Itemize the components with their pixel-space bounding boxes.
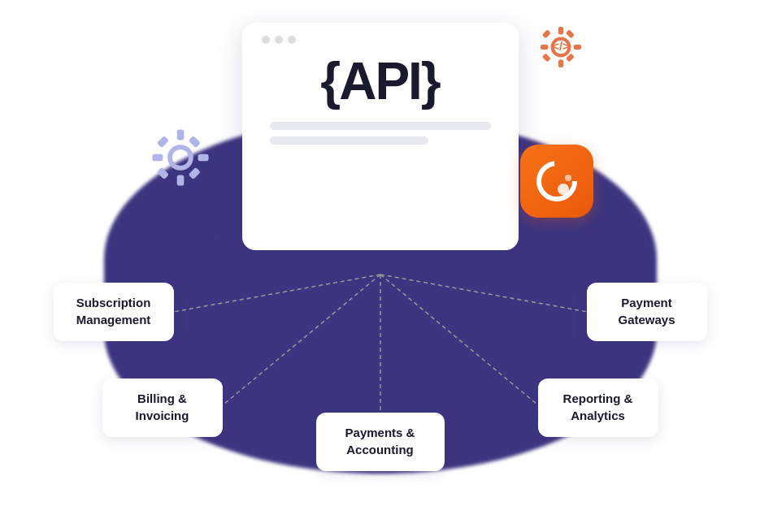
service-label-gateways: PaymentGateways	[618, 295, 675, 328]
svg-rect-6	[188, 167, 200, 179]
svg-point-19	[539, 163, 575, 199]
service-label-subscription: SubscriptionManagement	[76, 295, 151, 328]
gear-right-icon: </>	[540, 26, 582, 68]
svg-point-21	[565, 175, 571, 181]
api-line-1	[270, 122, 491, 130]
svg-rect-2	[176, 175, 184, 185]
api-line-2	[270, 136, 429, 145]
svg-rect-12	[541, 44, 548, 49]
svg-rect-8	[188, 135, 200, 147]
service-label-reporting: Reporting &Analytics	[563, 391, 633, 424]
svg-point-0	[170, 147, 191, 168]
svg-rect-7	[156, 167, 168, 179]
svg-rect-17	[565, 29, 574, 38]
service-label-payments: Payments &Accounting	[345, 425, 415, 458]
service-box-subscription: SubscriptionManagement	[54, 283, 174, 341]
api-title: {API}	[320, 55, 440, 107]
svg-rect-16	[541, 53, 550, 62]
svg-point-20	[558, 184, 569, 195]
service-box-payments: Payments &Accounting	[316, 413, 445, 471]
api-lines	[262, 122, 499, 145]
svg-rect-11	[558, 59, 562, 67]
brand-logo	[520, 145, 593, 218]
gear-left-icon	[151, 128, 210, 187]
svg-rect-5	[156, 135, 168, 147]
svg-text:</>: </>	[552, 40, 569, 53]
svg-rect-1	[176, 129, 184, 140]
svg-rect-14	[541, 29, 550, 38]
svg-rect-4	[198, 154, 208, 161]
svg-rect-10	[558, 27, 562, 34]
svg-rect-3	[152, 154, 163, 161]
service-box-gateways: PaymentGateways	[587, 283, 707, 341]
window-dots	[262, 36, 296, 44]
service-box-reporting: Reporting &Analytics	[538, 378, 658, 437]
dot-1	[262, 36, 270, 44]
api-window: {API}	[242, 23, 519, 250]
diagram-container: {API}	[31, 15, 730, 518]
svg-rect-13	[573, 44, 580, 49]
dot-2	[275, 36, 283, 44]
service-box-billing: Billing &Invoicing	[102, 378, 223, 437]
service-label-billing: Billing &Invoicing	[136, 391, 189, 424]
dot-3	[288, 36, 296, 44]
